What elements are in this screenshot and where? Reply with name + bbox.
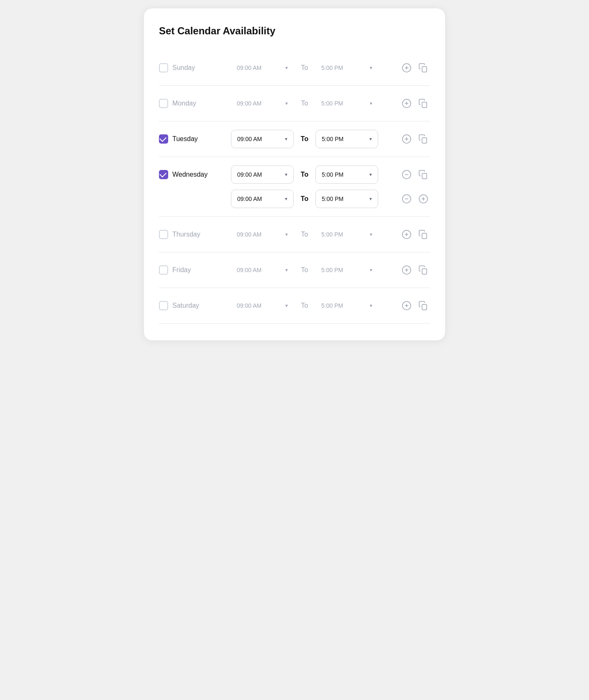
wednesday-name: Wednesday (172, 171, 207, 178)
svg-rect-7 (422, 102, 427, 108)
monday-end-time: 5:00 PM ▾ (315, 94, 378, 113)
friday-copy-button[interactable] (417, 263, 430, 277)
chevron-down-icon: ▾ (370, 267, 372, 273)
chevron-down-icon: ▾ (370, 100, 372, 106)
sunday-copy-button[interactable] (417, 61, 430, 75)
wednesday-remove-button-1[interactable] (400, 168, 413, 181)
saturday-copy-button[interactable] (417, 299, 430, 312)
friday-actions (400, 263, 430, 277)
thursday-add-button[interactable] (400, 228, 413, 241)
day-row-wednesday: Wednesday 09:00 AM ▾ To 5:00 PM ▾ (159, 157, 430, 217)
wednesday-remove-button-2[interactable] (400, 192, 413, 206)
chevron-down-icon: ▾ (285, 100, 288, 106)
day-row-friday: Friday 09:00 AM ▾ To 5:00 PM ▾ (159, 252, 430, 288)
thursday-label: Thursday (159, 230, 226, 239)
day-row-tuesday: Tuesday 09:00 AM ▾ To 5:00 PM ▾ (159, 121, 430, 157)
saturday-start-time: 09:00 AM ▾ (231, 296, 294, 315)
monday-copy-button[interactable] (417, 97, 430, 110)
chevron-down-icon: ▾ (370, 232, 372, 237)
svg-rect-14 (422, 173, 427, 179)
chevron-down-icon: ▾ (285, 136, 287, 142)
friday-end-time: 5:00 PM ▾ (315, 261, 378, 279)
chevron-down-icon: ▾ (285, 196, 287, 202)
chevron-down-icon: ▾ (370, 65, 372, 71)
thursday-checkbox[interactable] (159, 230, 168, 239)
chevron-down-icon: ▾ (285, 267, 288, 273)
saturday-label: Saturday (159, 301, 226, 310)
tuesday-start-time[interactable]: 09:00 AM ▾ (231, 130, 294, 148)
wednesday-label: Wednesday (159, 170, 226, 179)
monday-name: Monday (172, 100, 196, 107)
thursday-end-time: 5:00 PM ▾ (315, 225, 378, 244)
monday-actions (400, 97, 430, 110)
chevron-down-icon: ▾ (369, 172, 372, 178)
chevron-down-icon: ▾ (369, 136, 372, 142)
page-title: Set Calendar Availability (159, 25, 430, 37)
chevron-down-icon: ▾ (285, 65, 288, 71)
day-row-thursday: Thursday 09:00 AM ▾ To 5:00 PM ▾ (159, 217, 430, 252)
friday-name: Friday (172, 266, 191, 274)
wednesday-to-label-2: To (299, 195, 310, 203)
wednesday-start-time-1[interactable]: 09:00 AM ▾ (231, 165, 294, 184)
wednesday-end-time-1[interactable]: 5:00 PM ▾ (315, 165, 378, 184)
sunday-to-label: To (299, 64, 310, 72)
chevron-down-icon: ▾ (285, 303, 288, 309)
wednesday-start-time-2[interactable]: 09:00 AM ▾ (231, 190, 294, 208)
wednesday-to-label-1: To (299, 171, 310, 178)
thursday-copy-button[interactable] (417, 228, 430, 241)
tuesday-copy-button[interactable] (417, 132, 430, 146)
wednesday-actions-1 (400, 168, 430, 181)
tuesday-to-label: To (299, 135, 310, 143)
tuesday-end-time[interactable]: 5:00 PM ▾ (315, 130, 378, 148)
day-row-monday: Monday 09:00 AM ▾ To 5:00 PM ▾ (159, 86, 430, 121)
saturday-checkbox[interactable] (159, 301, 168, 310)
saturday-actions (400, 299, 430, 312)
friday-start-time: 09:00 AM ▾ (231, 261, 294, 279)
monday-checkbox[interactable] (159, 99, 168, 108)
chevron-down-icon: ▾ (369, 196, 372, 202)
saturday-add-button[interactable] (400, 299, 413, 312)
sunday-label: Sunday (159, 63, 226, 72)
day-row-sunday: Sunday 09:00 AM ▾ To 5:00 PM ▾ (159, 50, 430, 86)
wednesday-end-time-2[interactable]: 5:00 PM ▾ (315, 190, 378, 208)
sunday-add-button[interactable] (400, 61, 413, 75)
saturday-name: Saturday (172, 302, 199, 309)
saturday-to-label: To (299, 302, 310, 309)
chevron-down-icon: ▾ (370, 303, 372, 309)
thursday-to-label: To (299, 231, 310, 238)
monday-label: Monday (159, 99, 226, 108)
thursday-name: Thursday (172, 231, 200, 238)
saturday-end-time: 5:00 PM ▾ (315, 296, 378, 315)
thursday-start-time: 09:00 AM ▾ (231, 225, 294, 244)
tuesday-label: Tuesday (159, 134, 226, 144)
friday-add-button[interactable] (400, 263, 413, 277)
sunday-checkbox[interactable] (159, 63, 168, 72)
wednesday-copy-button-1[interactable] (417, 168, 430, 181)
wednesday-checkbox[interactable] (159, 170, 168, 179)
sunday-actions (400, 61, 430, 75)
tuesday-checkbox[interactable] (159, 134, 168, 144)
tuesday-actions (400, 132, 430, 146)
monday-to-label: To (299, 100, 310, 107)
svg-rect-27 (422, 269, 427, 274)
friday-label: Friday (159, 265, 226, 275)
svg-rect-23 (422, 233, 427, 239)
svg-rect-11 (422, 138, 427, 143)
friday-checkbox[interactable] (159, 265, 168, 275)
sunday-start-time: 09:00 AM ▾ (231, 59, 294, 77)
monday-start-time: 09:00 AM ▾ (231, 94, 294, 113)
wednesday-add-button-2[interactable] (417, 192, 430, 206)
thursday-actions (400, 228, 430, 241)
chevron-down-icon: ▾ (285, 232, 288, 237)
chevron-down-icon: ▾ (285, 172, 287, 178)
sunday-end-time: 5:00 PM ▾ (315, 59, 378, 77)
day-row-saturday: Saturday 09:00 AM ▾ To 5:00 PM ▾ (159, 288, 430, 324)
friday-to-label: To (299, 266, 310, 274)
tuesday-add-button[interactable] (400, 132, 413, 146)
sunday-name: Sunday (172, 64, 195, 72)
calendar-availability-card: Set Calendar Availability Sunday 09:00 A… (144, 8, 445, 340)
svg-rect-31 (422, 304, 427, 310)
wednesday-actions-2 (400, 192, 430, 206)
tuesday-name: Tuesday (172, 135, 198, 143)
monday-add-button[interactable] (400, 97, 413, 110)
